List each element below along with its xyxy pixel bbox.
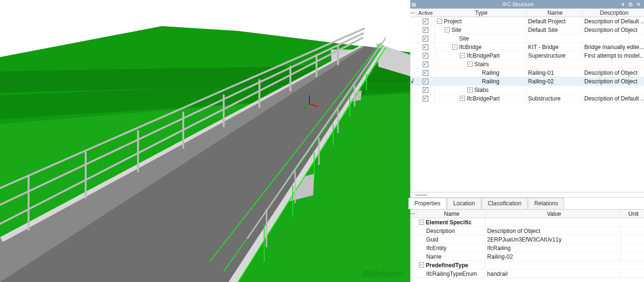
tree-row[interactable]: −Stairs (408, 60, 644, 69)
tree-type-label: Stairs (475, 61, 489, 68)
property-value: Railing-02 (485, 253, 621, 260)
collapse-icon[interactable]: − (452, 44, 457, 50)
tab-location[interactable]: Location (447, 198, 481, 209)
active-checkbox[interactable] (423, 96, 428, 101)
tree-name-cell: Default Site (526, 27, 583, 33)
property-row[interactable]: Guid2ERPJuaUn3EfW3CAtUv11y (408, 235, 644, 244)
active-checkbox[interactable] (423, 79, 428, 84)
collapse-icon[interactable]: − (445, 27, 450, 32)
collapse-icon[interactable]: − (419, 262, 424, 268)
property-name: Guid (426, 236, 438, 243)
watermark: BIMvision (363, 269, 403, 279)
structure-tree-header: ⋯ Active Type Name Description (408, 9, 644, 17)
active-checkbox[interactable] (423, 19, 428, 24)
tree-desc-cell: Description of Object (583, 27, 644, 33)
tab-properties[interactable]: Properties (408, 198, 447, 209)
structure-panel-title: IFC Structure (417, 1, 619, 7)
property-value: IfcRailing (485, 245, 621, 252)
property-group[interactable]: −PredefinedType (408, 261, 644, 270)
property-name: Name (426, 253, 442, 260)
3d-viewport[interactable]: BIMvision (0, 0, 408, 282)
collapse-icon[interactable]: − (467, 61, 473, 67)
active-checkbox[interactable] (423, 27, 428, 33)
tree-row[interactable]: −SiteDefault SiteDescription of Object (408, 26, 644, 34)
property-value: handrail (485, 271, 621, 277)
tree-name-cell: KIT - Bridge (526, 44, 583, 50)
structure-tree[interactable]: ⋯ Active Type Name Description −ProjectD… (408, 9, 644, 192)
close-icon[interactable]: ✕ (634, 1, 642, 8)
tree-desc-cell: Bridge manually edite... (583, 44, 644, 50)
property-row[interactable]: IfcEntityIfcRailing (408, 244, 644, 252)
splitter[interactable] (408, 192, 644, 197)
tree-type-label: Site (452, 27, 462, 33)
active-checkbox[interactable] (423, 87, 428, 93)
expand-icon[interactable]: + (460, 96, 465, 101)
expand-icon[interactable]: + (467, 87, 473, 92)
active-checkbox[interactable] (423, 53, 428, 59)
tree-row[interactable]: −IfcBridgePartSuperstructureFirst attemp… (408, 51, 644, 60)
tree-row[interactable]: +Slabs (408, 86, 644, 94)
tree-type-label: Railing (482, 78, 500, 85)
active-checkbox[interactable] (423, 44, 428, 50)
col-active[interactable]: Active (417, 10, 435, 16)
tree-desc-cell: First attempt to model.. (583, 52, 644, 59)
tree-row[interactable]: √RailingRailing-02Description of Object (408, 77, 644, 86)
structure-panel-header: ▤ IFC Structure ▾ ⧉ ✕ (408, 0, 644, 9)
collapse-icon[interactable]: − (437, 19, 442, 24)
properties-tabs: PropertiesLocationClassificationRelation… (408, 198, 644, 209)
properties-panel: PropertiesLocationClassificationRelation… (408, 197, 644, 282)
tab-classification[interactable]: Classification (482, 198, 528, 209)
active-checkbox[interactable] (423, 61, 428, 67)
col-description[interactable]: Description (583, 10, 644, 16)
tree-desc-cell: Description of Default .. (583, 18, 644, 25)
tree-row[interactable]: −IfcBridgeKIT - BridgeBridge manually ed… (408, 43, 644, 51)
tree-name-cell: Default Project (526, 18, 583, 25)
pcol-value[interactable]: Value (485, 211, 621, 217)
active-checkbox[interactable] (423, 36, 428, 41)
property-row[interactable]: DescriptionDescription of Object (408, 227, 644, 235)
row-marker-icon: √ (411, 78, 414, 85)
tree-type-label: IfcBridgePart (467, 95, 500, 102)
property-row[interactable]: NameRailing-02 (408, 252, 644, 261)
properties-grid-header: ⋯ Name Value Unit (408, 210, 644, 218)
tree-type-label: IfcBridge (459, 44, 482, 50)
tree-desc-cell: Description of Object (583, 78, 644, 85)
collapse-icon[interactable]: − (460, 53, 465, 58)
collapse-icon[interactable]: − (419, 220, 424, 225)
tree-row[interactable]: RailingRailing-01Description of Object (408, 69, 644, 77)
property-name: Element Specific (426, 219, 472, 226)
tree-type-label: Railing (482, 70, 500, 76)
tree-icon[interactable]: ⧉ (627, 1, 634, 8)
property-group[interactable]: −Element Specific (408, 218, 644, 227)
col-name[interactable]: Name (526, 10, 583, 16)
pcol-name[interactable]: Name (417, 211, 485, 217)
property-value: 2ERPJuaUn3EfW3CAtUv11y (485, 236, 621, 243)
dropdown-icon[interactable]: ▾ (619, 1, 627, 8)
active-checkbox[interactable] (423, 70, 428, 76)
tree-name-cell: Railing-02 (526, 78, 583, 85)
tree-row[interactable]: +IfcBridgePartSubstructureDescription of… (408, 94, 644, 103)
property-name: IfcRailingTypeEnum (426, 271, 477, 277)
tree-row[interactable]: −ProjectDefault ProjectDescription of De… (408, 17, 644, 26)
property-name: IfcEntity (426, 245, 447, 252)
properties-grid[interactable]: ⋯ Name Value Unit −Element SpecificDescr… (408, 209, 644, 282)
tree-desc-cell: Description of Object (583, 70, 644, 76)
property-name: Description (426, 228, 455, 234)
tree-row[interactable]: Site (408, 34, 644, 43)
tree-type-label: Site (459, 35, 469, 42)
pcol-unit[interactable]: Unit (621, 211, 644, 217)
property-name: PredefinedType (426, 262, 468, 269)
property-row[interactable]: IfcRailingTypeEnumhandrail (408, 270, 644, 278)
tree-type-label: IfcBridgePart (467, 52, 500, 59)
tree-leaf-icon (475, 70, 480, 75)
tree-name-cell: Railing-01 (526, 70, 583, 76)
tree-type-label: Project (444, 18, 462, 25)
panel-options-icon[interactable]: ▤ (410, 1, 417, 8)
col-type[interactable]: Type (435, 10, 526, 16)
tree-desc-cell: Description of Default .. (583, 95, 644, 102)
tree-name-cell: Superstructure (526, 52, 583, 59)
tab-relations[interactable]: Relations (528, 198, 564, 209)
tree-leaf-icon (452, 36, 457, 41)
tree-leaf-icon (475, 79, 480, 84)
tree-name-cell: Substructure (526, 95, 583, 102)
